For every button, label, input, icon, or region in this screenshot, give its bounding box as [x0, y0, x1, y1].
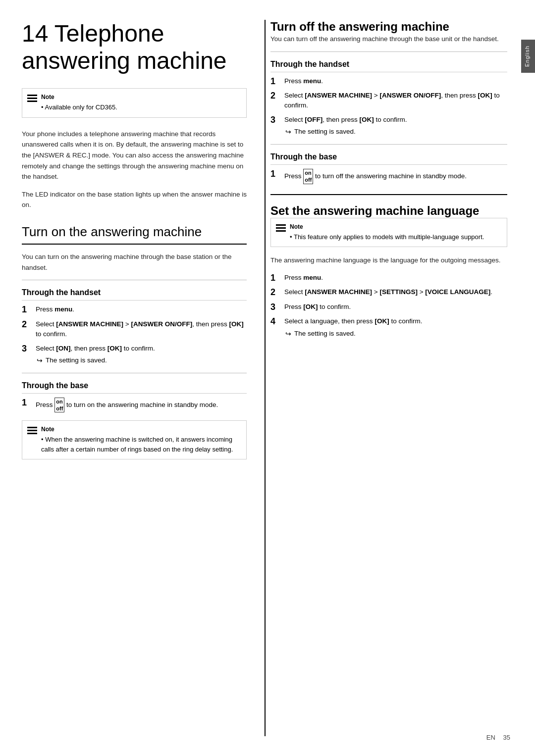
list-item: 4 Select a language, then press [OK] to …	[270, 316, 507, 339]
note-content-2: • When the answering machine is switched…	[41, 435, 239, 454]
list-item: 3 Press [OK] to confirm.	[270, 302, 507, 313]
divider-handset-2	[270, 51, 507, 52]
note-label-2: Note	[41, 426, 239, 433]
note-content-1: • Available only for CD365.	[41, 102, 239, 112]
intro-text-1: Your phone includes a telephone answerin…	[22, 129, 247, 182]
note-box-1: Note • Available only for CD365.	[22, 88, 247, 118]
page-number: 35	[503, 734, 510, 741]
note-box-2: Note • When the answering machine is swi…	[22, 420, 247, 459]
chapter-title: 14 Telephone answering machine	[22, 20, 247, 74]
section3-intro: The answering machine language is the la…	[270, 255, 507, 266]
section2-base-title: Through the base	[270, 152, 507, 165]
section3-steps: 1 Press menu. 2 Select [ANSWER MACHINE] …	[270, 273, 507, 339]
section1-base-steps: 1 Press onoff to turn on the answering m…	[22, 398, 247, 413]
list-item: 2 Select [ANSWER MACHINE] > [SETTINGS] >…	[270, 287, 507, 298]
section2-heading: Turn off the answering machine	[270, 20, 507, 34]
section1-base-title: Through the base	[22, 381, 247, 394]
step-result-2: ↪ The setting is saved.	[285, 127, 507, 137]
page-footer: EN 35	[486, 734, 510, 741]
note-content-3: • This feature only applies to models wi…	[290, 232, 500, 242]
section2-base-steps: 1 Press onoff to turn off the answering …	[270, 169, 507, 184]
intro-text-2: The LED indicator on the base station li…	[22, 189, 247, 210]
divider-base-2	[270, 144, 507, 145]
on-off-button-icon: onoff	[54, 398, 64, 413]
note-label-3: Note	[290, 223, 500, 230]
divider-handset-1	[22, 280, 247, 280]
section2-handset-title: Through the handset	[270, 60, 507, 72]
note-icon-2	[27, 427, 37, 434]
section1-handset-title: Through the handset	[22, 288, 247, 301]
divider-base-1	[22, 373, 247, 373]
step-result: ↪ The setting is saved.	[37, 355, 247, 366]
language-tab-text: English	[524, 46, 530, 67]
section-divider-3	[270, 194, 507, 195]
list-item: 1 Press menu.	[270, 273, 507, 284]
list-item: 3 Select [ON], then press [OK] to confir…	[22, 344, 247, 366]
section1-intro: You can turn on the answering machine th…	[22, 252, 247, 273]
note-icon-3	[276, 224, 286, 232]
list-item: 3 Select [OFF], then press [OK] to confi…	[270, 115, 507, 137]
section3-heading: Set the answering machine language	[270, 204, 507, 218]
on-off-button-icon-2: onoff	[303, 169, 313, 184]
list-item: 2 Select [ANSWER MACHINE] > [ANSWER ON/O…	[22, 319, 247, 340]
list-item: 1 Press onoff to turn on the answering m…	[22, 398, 247, 413]
list-item: 1 Press menu.	[270, 76, 507, 87]
list-item: 2 Select [ANSWER MACHINE] > [ANSWER ON/O…	[270, 91, 507, 111]
section2-handset-steps: 1 Press menu. 2 Select [ANSWER MACHINE] …	[270, 76, 507, 137]
list-item: 1 Press menu.	[22, 304, 247, 315]
note-icon-1	[27, 95, 37, 102]
section1-heading: Turn on the answering machine	[22, 224, 247, 245]
note-box-3: Note • This feature only applies to mode…	[270, 218, 507, 248]
section1-handset-steps: 1 Press menu. 2 Select [ANSWER MACHINE] …	[22, 304, 247, 365]
step-result-3: ↪ The setting is saved.	[285, 329, 507, 339]
language-tab: English	[521, 40, 535, 73]
list-item: 1 Press onoff to turn off the answering …	[270, 169, 507, 184]
right-column: Turn off the answering machine You can t…	[265, 20, 507, 736]
page-lang: EN	[486, 734, 495, 741]
note-label-1: Note	[41, 94, 239, 101]
left-column: 14 Telephone answering machine Note • Av…	[22, 20, 265, 736]
section2-intro: You can turn off the answering machine t…	[270, 34, 507, 45]
